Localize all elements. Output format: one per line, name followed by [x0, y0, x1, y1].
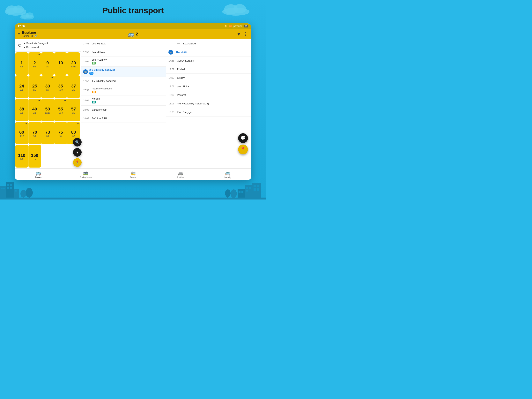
- main-content: ↻ Sanatoriy Energetik Kozhzavod 1 4/3 ♥ …: [15, 39, 251, 168]
- stop-row[interactable]: 18:01 pos. Yuzhnyy 51: [81, 57, 166, 67]
- empty-tile: [54, 145, 67, 167]
- svg-rect-14: [10, 184, 12, 186]
- route-tile[interactable]: ♥ 2 5/5: [28, 52, 41, 75]
- hamburger-menu[interactable]: ≡: [18, 32, 20, 36]
- route-tile[interactable]: 57 6/6: [67, 99, 80, 121]
- status-time: 17:56: [18, 25, 25, 28]
- stop-row[interactable]: 17:57 1-y Sibirskiy sadovod: [81, 77, 166, 85]
- stop-row[interactable]: 17:59 Sklady: [166, 74, 251, 82]
- svg-rect-39: [0, 198, 266, 200]
- route-badge: 59: [89, 72, 94, 75]
- route-tile[interactable]: 73 3/1: [41, 122, 54, 145]
- svg-rect-34: [257, 188, 259, 191]
- svg-rect-32: [257, 185, 259, 187]
- svg-rect-18: [15, 190, 17, 192]
- stop-row[interactable]: 18:01 Kordon 55: [81, 96, 166, 106]
- route-tile[interactable]: ♥ 60 8/12: [15, 122, 28, 145]
- svg-rect-13: [7, 184, 9, 186]
- active-bus-icon: 🚌: [83, 69, 88, 74]
- stop-row[interactable]: 18:05 Klub Stroygaz: [166, 108, 251, 116]
- battery-indicator: 29: [244, 25, 248, 27]
- stop-row[interactable]: 18:01 pos. Il'icha: [166, 82, 251, 91]
- nav-intercity[interactable]: 🚌 Intercity: [204, 170, 251, 179]
- wifi-name: paradize: [234, 25, 242, 27]
- wifi-icon: 📶: [229, 25, 232, 27]
- stop-row[interactable]: 17:58 Altayskiy sadovod 33: [81, 85, 166, 96]
- app-brand: Busti.me ✓ Barnaul -3, 🚏 5: [22, 31, 39, 37]
- svg-rect-9: [0, 186, 6, 200]
- route-tile[interactable]: 9 1/2: [41, 52, 54, 75]
- route-tile[interactable]: 53 10/10: [41, 99, 54, 121]
- stop-row[interactable]: 18:02 Sanatoriy Ob': [81, 106, 166, 114]
- header-left: ≡ Busti.me ✓ Barnaul -3, 🚏 5 ⋮: [18, 31, 82, 37]
- route-badge: 51: [92, 62, 96, 64]
- route-tile[interactable]: 37 2/2: [67, 75, 80, 98]
- route-tile[interactable]: 38 1/1: [15, 99, 28, 121]
- map-location-button[interactable]: 📍: [238, 145, 248, 154]
- favorite-button[interactable]: ♥: [237, 31, 240, 37]
- route-tile[interactable]: 70 1/1: [28, 122, 41, 145]
- route-tile[interactable]: 24 2/1: [15, 75, 28, 98]
- stop-icon: 🚏: [34, 35, 37, 37]
- refresh-icon[interactable]: ↻: [18, 43, 22, 48]
- route-tile[interactable]: 1 4/3: [15, 52, 28, 75]
- nav-buses[interactable]: 🚌 Buses: [15, 170, 62, 179]
- right-panel: 17:58 Lesnoy trakt 17:59 Zavod Rotor 18:…: [81, 39, 251, 168]
- stops-columns: 17:58 Lesnoy trakt 17:59 Zavod Rotor 18:…: [81, 39, 251, 123]
- svg-rect-31: [253, 185, 256, 187]
- route-tile[interactable]: 35 5/10: [54, 75, 67, 98]
- stops-column-left: 17:58 Lesnoy trakt 17:59 Zavod Rotor 18:…: [81, 39, 166, 123]
- svg-rect-15: [7, 187, 9, 189]
- route-title: 🚌 2: [128, 31, 138, 37]
- stop-dot-1: [24, 43, 25, 44]
- pin-fab-button[interactable]: 📍: [73, 158, 82, 167]
- route-summary: ↻ Sanatoriy Energetik Kozhzavod: [15, 39, 81, 52]
- stop-row[interactable]: 17:59 Zavod Rotor: [81, 48, 166, 57]
- route-tile[interactable]: 75 4/7: [54, 122, 67, 145]
- header-right: ♥ ⋮: [184, 31, 248, 37]
- stops-column-right: — Kozhzavod 🚌 Korabliki 17:56 Ostrov Kor…: [166, 39, 251, 123]
- svg-rect-25: [249, 187, 251, 189]
- trolleybuses-icon: 🚎: [83, 171, 88, 176]
- svg-rect-26: [246, 190, 248, 192]
- svg-rect-16: [10, 187, 12, 189]
- stop-row[interactable]: 17:58 Lesnoy trakt: [81, 39, 166, 48]
- svg-rect-33: [253, 188, 256, 191]
- left-more-button[interactable]: ⋮: [41, 31, 47, 37]
- bell-icon: 🔔: [225, 25, 228, 27]
- left-panel-fabs: 🔍 ♥ 📍: [73, 138, 82, 167]
- stop-row[interactable]: 17:56 Ostrov Korablik: [166, 57, 251, 65]
- route-tile[interactable]: ♥ 55 10/3: [54, 99, 67, 121]
- route-tile[interactable]: ♥ 40 1/1: [28, 99, 41, 121]
- trams-icon: 🚋: [130, 171, 136, 176]
- svg-rect-28: [239, 191, 241, 193]
- right-more-button[interactable]: ⋮: [242, 31, 248, 37]
- route-tile[interactable]: 150 1/-: [28, 145, 41, 167]
- stop-row[interactable]: 18:02 Povorot: [166, 91, 251, 99]
- route-badge: 55: [92, 101, 96, 103]
- route-tile[interactable]: ♥ 33 6/7: [41, 75, 54, 98]
- stop-row-active[interactable]: 🚌 2-y Sibirskiy sadovod 59: [81, 67, 166, 77]
- status-icons: 🔔 📶 paradize 29: [225, 25, 248, 27]
- nav-trams[interactable]: 🚋 Trams: [109, 170, 157, 179]
- brand-subtitle: Barnaul -3, 🚏 5: [22, 35, 39, 37]
- route-tile[interactable]: 20 10/11: [67, 52, 80, 75]
- city-silhouette: [0, 178, 266, 200]
- search-fab-button[interactable]: 🔍: [73, 138, 82, 147]
- route-tile[interactable]: 110 2/1: [15, 145, 28, 167]
- nav-shuttles[interactable]: 🚐 Shuttles: [157, 170, 204, 179]
- buses-icon: 🚌: [36, 171, 41, 176]
- stop-row[interactable]: 18:03 mkr. Vostochnyy (Kulagina 1B): [166, 99, 251, 108]
- route-tile[interactable]: 25 5/3: [28, 75, 41, 98]
- chat-button[interactable]: 💬: [238, 133, 248, 143]
- stop-row[interactable]: 🚌 Korabliki: [166, 48, 251, 57]
- route-badge: 33: [92, 91, 96, 93]
- stop-dot-2: [24, 47, 25, 48]
- app-header: ≡ Busti.me ✓ Barnaul -3, 🚏 5 ⋮ 🚌 2: [15, 29, 251, 39]
- nav-trolleybuses[interactable]: 🚎 Trolleybuses: [62, 170, 109, 179]
- stop-row[interactable]: 17:57 Prichal: [166, 65, 251, 74]
- stop-row[interactable]: — Kozhzavod: [166, 39, 251, 48]
- route-tile[interactable]: 10 2/-: [54, 52, 67, 75]
- stop-row[interactable]: 18:03 Bol'nitsa RTP: [81, 114, 166, 123]
- heart-fab-button[interactable]: ♥: [73, 148, 82, 157]
